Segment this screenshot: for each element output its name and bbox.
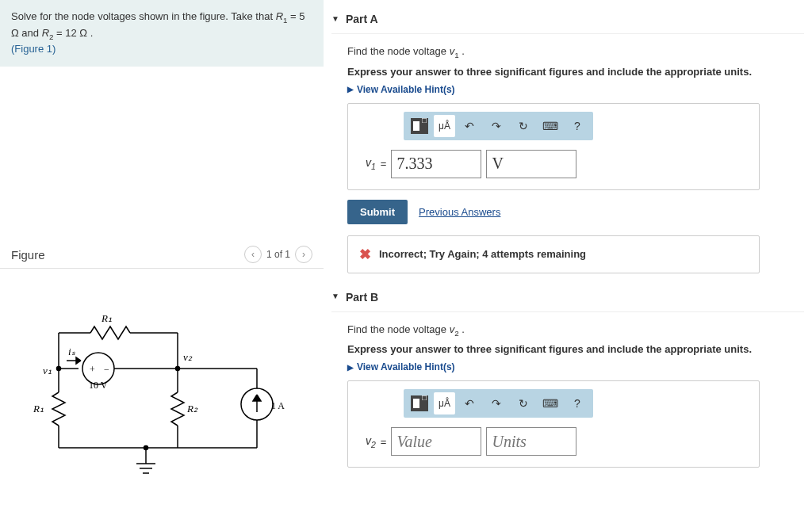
part-a-toolbar: μÅ ↶ ↷ ↻ ⌨ ? [404, 112, 593, 140]
problem-statement: Solve for the node voltages shown in the… [0, 0, 324, 67]
keyboard-button[interactable]: ⌨ [538, 115, 563, 137]
part-b-header[interactable]: ▼ Part B [331, 286, 804, 312]
part-b-instruction: Express your answer to three significant… [347, 343, 804, 355]
equals-sign: = [381, 436, 387, 448]
units-button[interactable]: μÅ [434, 392, 455, 414]
problem-text-pre: Solve for the node voltages shown in the… [11, 10, 276, 22]
r2-value: = 12 Ω [53, 27, 87, 39]
expand-icon: ▶ [347, 85, 354, 94]
figure-header: Figure ‹ 1 of 1 › [0, 241, 324, 269]
expand-icon: ▶ [347, 363, 354, 372]
undo-icon: ↶ [465, 397, 474, 410]
units-input[interactable] [486, 150, 576, 178]
label-is: iₛ [68, 346, 75, 357]
figure-pager: ‹ 1 of 1 › [244, 246, 312, 263]
label-v2: v₂ [183, 351, 193, 363]
spacer [0, 67, 324, 241]
undo-button[interactable]: ↶ [457, 392, 482, 414]
ans-var-sub: 1 [371, 162, 376, 171]
part-a-instruction: Express your answer to three significant… [347, 66, 804, 78]
label-r1-top: R₁ [101, 312, 112, 324]
part-b-answer-row: v2 = [366, 427, 749, 456]
collapse-icon: ▼ [331, 14, 339, 23]
part-a-feedback: ✖ Incorrect; Try Again; 4 attempts remai… [347, 235, 760, 273]
circuit-diagram: R₁ R₁ R₂ v₁ v₂ iₛ 10 V 1 A + − [19, 309, 304, 491]
part-b-toolbar: μÅ ↶ ↷ ↻ ⌨ ? [404, 389, 593, 418]
collapse-icon: ▼ [331, 292, 339, 300]
label-v1: v₁ [43, 365, 52, 376]
previous-answers-link[interactable]: Previous Answers [419, 206, 500, 218]
and-text: and [21, 27, 41, 39]
redo-icon: ↷ [492, 120, 501, 132]
part-b-block: ▼ Part B Find the node voltage v2 . Expr… [331, 286, 804, 468]
minus-sign: − [104, 364, 109, 375]
undo-icon: ↶ [465, 120, 474, 132]
refresh-icon: ↻ [519, 120, 528, 132]
template-button[interactable] [407, 115, 432, 137]
keyboard-button[interactable]: ⌨ [538, 392, 563, 414]
next-figure-button[interactable]: › [295, 246, 312, 263]
figure-body: R₁ R₁ R₂ v₁ v₂ iₛ 10 V 1 A + − [0, 269, 324, 531]
template-button[interactable] [407, 392, 432, 414]
help-icon: ? [574, 120, 580, 132]
svg-point-23 [176, 366, 180, 370]
ans-var: v2 [366, 434, 376, 449]
part-a-header[interactable]: ▼ Part A [331, 8, 804, 34]
part-a-block: ▼ Part A Find the node voltage v1 . Expr… [331, 8, 804, 273]
part-a-title: Part A [346, 13, 378, 25]
figure-link[interactable]: (Figure 1) [11, 43, 56, 55]
part-a-submit-row: Submit Previous Answers [347, 200, 804, 224]
label-10v: 10 V [89, 380, 108, 391]
prompt-post: . [459, 323, 465, 335]
help-button[interactable]: ? [565, 115, 590, 137]
part-a-prompt: Find the node voltage v1 . [347, 45, 804, 59]
prompt-post: . [459, 45, 465, 57]
part-a-answer-box: μÅ ↶ ↷ ↻ ⌨ ? v1 = [347, 103, 760, 190]
template-icon [411, 395, 428, 411]
reset-button[interactable]: ↻ [511, 392, 536, 414]
incorrect-icon: ✖ [359, 246, 371, 263]
submit-button[interactable]: Submit [347, 200, 408, 224]
part-a-body: Find the node voltage v1 . Express your … [331, 45, 804, 273]
reset-button[interactable]: ↻ [511, 115, 536, 137]
svg-point-24 [144, 445, 148, 449]
prompt-pre: Find the node voltage [347, 45, 450, 57]
part-a-answer-row: v1 = [366, 150, 749, 178]
units-input[interactable] [486, 427, 576, 456]
pager-text: 1 of 1 [266, 249, 290, 260]
undo-button[interactable]: ↶ [457, 115, 482, 137]
part-b-prompt: Find the node voltage v2 . [347, 323, 804, 338]
value-input[interactable] [391, 427, 481, 456]
units-label: μÅ [439, 398, 450, 409]
template-icon [411, 118, 428, 134]
ans-var: v1 [366, 156, 376, 171]
part-b-answer-box: μÅ ↶ ↷ ↻ ⌨ ? v2 = [347, 380, 760, 468]
part-b-hints-link[interactable]: ▶ View Available Hint(s) [347, 361, 804, 372]
equals-sign: = [381, 158, 387, 170]
value-input[interactable] [391, 150, 481, 178]
plus-sign: + [90, 364, 95, 375]
refresh-icon: ↻ [519, 397, 528, 410]
units-button[interactable]: μÅ [434, 115, 455, 137]
redo-button[interactable]: ↷ [484, 115, 509, 137]
label-r1-left: R₁ [33, 403, 44, 414]
r2-symbol: R [42, 27, 49, 39]
hints-label: View Available Hint(s) [357, 361, 455, 372]
hints-label: View Available Hint(s) [357, 84, 455, 95]
help-button[interactable]: ? [565, 392, 590, 414]
help-icon: ? [574, 397, 580, 410]
keyboard-icon: ⌨ [542, 120, 558, 132]
part-b-body: Find the node voltage v2 . Express your … [331, 323, 804, 468]
left-column: Solve for the node voltages shown in the… [0, 0, 324, 531]
redo-button[interactable]: ↷ [484, 392, 509, 414]
units-label: μÅ [439, 120, 450, 132]
keyboard-icon: ⌨ [542, 397, 558, 410]
ans-var-letter: v [366, 156, 371, 169]
right-column: ▼ Part A Find the node voltage v1 . Expr… [324, 0, 812, 531]
prev-figure-button[interactable]: ‹ [244, 246, 262, 263]
svg-point-22 [57, 366, 61, 370]
ans-var-sub: 2 [371, 440, 376, 449]
redo-icon: ↷ [492, 397, 501, 410]
part-a-hints-link[interactable]: ▶ View Available Hint(s) [347, 84, 804, 95]
r1-symbol: R [276, 10, 283, 22]
